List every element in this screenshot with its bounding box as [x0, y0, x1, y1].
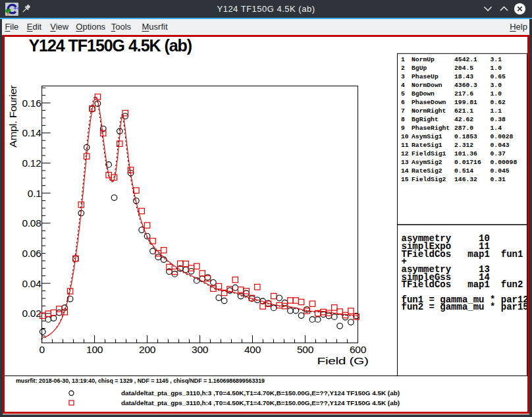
svg-text:200: 200: [139, 344, 156, 355]
svg-text:6: 6: [401, 99, 405, 106]
svg-text:Y124 TF150G 4.5K (ab): Y124 TF150G 4.5K (ab): [29, 36, 192, 55]
svg-text:NormDown: NormDown: [412, 82, 442, 89]
svg-text:1.1: 1.1: [491, 107, 502, 115]
svg-text:0.38: 0.38: [491, 116, 506, 123]
svg-text:42.62: 42.62: [454, 116, 473, 123]
svg-text:146.32: 146.32: [454, 176, 477, 183]
svg-text:12: 12: [401, 150, 409, 157]
svg-text:RateSig2: RateSig2: [412, 167, 442, 175]
svg-text:PhaseRight: PhaseRight: [412, 125, 450, 132]
svg-text:0.02: 0.02: [22, 308, 41, 319]
svg-text:400: 400: [244, 344, 261, 355]
svg-text:++: ++: [14, 5, 20, 12]
svg-text:musrfit: 2018-06-30, 13:19:40,: musrfit: 2018-06-30, 13:19:40, chisq = 1…: [16, 377, 265, 384]
svg-text:1.0: 1.0: [491, 90, 502, 97]
svg-text:TFieldCos map1 fun2: TFieldCos map1 fun2: [402, 279, 523, 290]
svg-text:FieldSig1: FieldSig1: [412, 150, 446, 157]
svg-text:data/deltat_pta_gps_3110,h:3 ,: data/deltat_pta_gps_3110,h:3 ,T0=4.50K,T…: [121, 390, 400, 397]
svg-text:3: 3: [401, 73, 405, 80]
svg-text:3.0: 3.0: [491, 82, 502, 89]
svg-text:BgUp: BgUp: [412, 65, 427, 72]
svg-text:4542.1: 4542.1: [454, 56, 477, 63]
svg-text:0.1: 0.1: [28, 188, 41, 199]
svg-text:1: 1: [401, 56, 405, 63]
svg-text:NormUp: NormUp: [412, 56, 435, 63]
svg-text:0: 0: [39, 344, 45, 355]
svg-text:0.06: 0.06: [22, 248, 41, 259]
svg-text:8: 8: [401, 116, 405, 123]
svg-text:1.4: 1.4: [491, 125, 502, 132]
svg-text:204.5: 204.5: [454, 65, 473, 72]
svg-text:2.312: 2.312: [454, 142, 473, 149]
svg-text:18.43: 18.43: [454, 73, 473, 80]
svg-text:0.1853: 0.1853: [454, 133, 477, 140]
svg-text:500: 500: [297, 344, 314, 355]
svg-text:15: 15: [401, 176, 409, 183]
svg-text:0.04: 0.04: [22, 278, 42, 289]
svg-text:4360.3: 4360.3: [454, 82, 477, 89]
svg-text:217.6: 217.6: [454, 90, 473, 97]
svg-text:14: 14: [401, 167, 409, 175]
svg-text:PhaseUp: PhaseUp: [412, 73, 439, 80]
svg-text:0.045: 0.045: [491, 167, 510, 175]
svg-text:0.01716: 0.01716: [454, 159, 481, 166]
svg-text:199.81: 199.81: [454, 99, 477, 106]
svg-text:11: 11: [401, 142, 409, 149]
svg-text:fun2 = gamma_mu * par15: fun2 = gamma_mu * par15: [402, 302, 529, 312]
svg-text:13: 13: [401, 159, 409, 166]
svg-text:100: 100: [86, 344, 103, 355]
svg-text:0.62: 0.62: [491, 99, 506, 106]
svg-text:RateSig1: RateSig1: [412, 142, 442, 149]
svg-text:0.65: 0.65: [491, 73, 506, 80]
svg-text:1.0: 1.0: [491, 65, 502, 72]
svg-text:Field (G): Field (G): [317, 355, 369, 366]
svg-text:0.16: 0.16: [22, 97, 41, 109]
svg-text:5: 5: [401, 90, 405, 97]
svg-text:Ampl. Fourier: Ampl. Fourier: [7, 85, 18, 148]
svg-text:0.08: 0.08: [22, 217, 41, 229]
svg-text:300: 300: [192, 344, 209, 355]
svg-text:0.14: 0.14: [22, 127, 42, 138]
svg-text:600: 600: [350, 344, 367, 355]
svg-text:TFieldCos map1 fun1: TFieldCos map1 fun1: [402, 249, 523, 260]
svg-text:0.12: 0.12: [22, 157, 41, 169]
svg-text:FieldSig2: FieldSig2: [412, 176, 446, 183]
svg-text:3.1: 3.1: [491, 56, 502, 63]
svg-text:BgDown: BgDown: [412, 90, 435, 97]
svg-text:0.00098: 0.00098: [491, 159, 518, 166]
svg-text:4: 4: [401, 82, 405, 89]
svg-text:0.31: 0.31: [491, 176, 506, 183]
svg-text:AsymSig2: AsymSig2: [412, 159, 442, 166]
svg-text:621.1: 621.1: [454, 107, 473, 115]
svg-text:9: 9: [401, 125, 405, 132]
svg-text:0.37: 0.37: [491, 150, 506, 157]
svg-text:NormRight: NormRight: [412, 107, 446, 115]
svg-text:10: 10: [401, 133, 409, 140]
svg-text:0.0028: 0.0028: [491, 133, 514, 140]
svg-text:BgRight: BgRight: [412, 116, 439, 123]
svg-text:PhaseDown: PhaseDown: [412, 99, 446, 106]
svg-text:0.043: 0.043: [491, 142, 510, 149]
svg-text:AsymSig1: AsymSig1: [412, 133, 442, 140]
svg-text:0.514: 0.514: [454, 167, 473, 175]
svg-text:101.36: 101.36: [454, 150, 477, 157]
svg-text:287.0: 287.0: [454, 125, 473, 132]
svg-text:7: 7: [401, 107, 405, 115]
svg-text:data/deltat_pta_gps_3110,h:4 ,: data/deltat_pta_gps_3110,h:4 ,T0=4.50K,T…: [121, 400, 400, 406]
svg-text:2: 2: [401, 65, 405, 72]
